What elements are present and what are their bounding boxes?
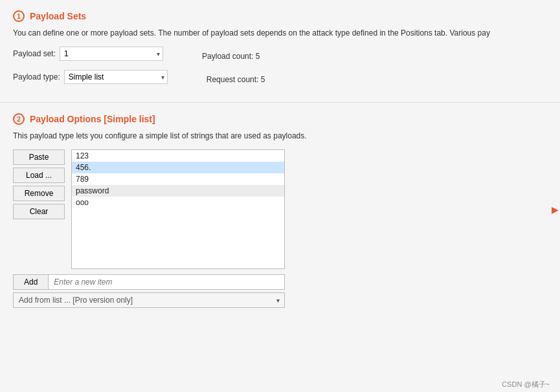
list-item[interactable]: password (72, 185, 284, 197)
paste-button[interactable]: Paste (13, 149, 65, 165)
main-container: 1 Payload Sets You can define one or mor… (0, 0, 560, 316)
payload-type-select[interactable]: Simple list Runtime file Custom iterator… (64, 70, 168, 84)
list-item[interactable]: 123 (72, 150, 284, 162)
request-count-val: 5 (261, 75, 265, 84)
section1-header: 1 Payload Sets (13, 10, 547, 22)
payload-type-label: Payload type: (13, 72, 60, 82)
payload-type-row: Payload type: Simple list Runtime file C… (13, 70, 187, 84)
payload-count-label: Payload count: (202, 52, 253, 61)
request-count-info: Request count: 5 (207, 75, 265, 84)
payload-options-section: 2 Payload Options [Simple list] This pay… (0, 103, 560, 316)
add-from-list-select[interactable]: Add from list ... [Pro version only] (13, 292, 285, 308)
payload-set-label: Payload set: (13, 49, 56, 58)
request-count-label: Request count: (207, 75, 259, 84)
payload-sets-section: 1 Payload Sets You can define one or mor… (0, 0, 560, 102)
add-button[interactable]: Add (13, 274, 49, 290)
section1-number: 1 (13, 10, 25, 22)
payload-sets-form: Payload set: 1 2 Payload count: 5 Payloa… (13, 47, 547, 89)
add-area: Add Add from list ... [Pro version only] (13, 274, 547, 308)
section2-title: Payload Options [Simple list] (30, 114, 155, 124)
arrow-right-icon: ▶ (552, 204, 559, 215)
footer-credit: CSDN @橘子~ (491, 377, 560, 392)
payload-buttons: Paste Load ... Remove Clear (13, 149, 65, 219)
payload-count-info: Payload count: 5 (202, 52, 260, 61)
payload-list-area: 123456.789passwordooo ▶ (71, 149, 547, 269)
payload-listbox[interactable]: 123456.789passwordooo (71, 149, 285, 269)
payload-set-row: Payload set: 1 2 (13, 47, 183, 61)
form-row1: Payload set: 1 2 Payload count: 5 (13, 47, 547, 66)
add-item-input[interactable] (49, 274, 285, 290)
section1-title: Payload Sets (30, 11, 86, 21)
list-item[interactable]: ooo (72, 197, 284, 208)
list-item[interactable]: 789 (72, 173, 284, 185)
payload-set-select[interactable]: 1 2 (60, 47, 163, 61)
payload-count-val: 5 (256, 52, 260, 61)
form-row2: Payload type: Simple list Runtime file C… (13, 70, 547, 89)
payload-type-select-wrapper: Simple list Runtime file Custom iterator… (64, 70, 168, 84)
section2-header: 2 Payload Options [Simple list] (13, 113, 547, 125)
section1-description: You can define one or more payload sets.… (13, 27, 547, 39)
add-from-list-wrapper: Add from list ... [Pro version only] (13, 292, 285, 308)
payload-set-select-wrapper: 1 2 (60, 47, 163, 61)
list-item[interactable]: 456. (72, 162, 284, 173)
load-button[interactable]: Load ... (13, 168, 65, 183)
payload-editor: Paste Load ... Remove Clear 123456.789pa… (13, 149, 547, 269)
add-row: Add (13, 274, 285, 290)
clear-button[interactable]: Clear (13, 204, 65, 219)
remove-button[interactable]: Remove (13, 186, 65, 201)
section2-description: This payload type lets you configure a s… (13, 130, 547, 142)
section2-number: 2 (13, 113, 25, 125)
